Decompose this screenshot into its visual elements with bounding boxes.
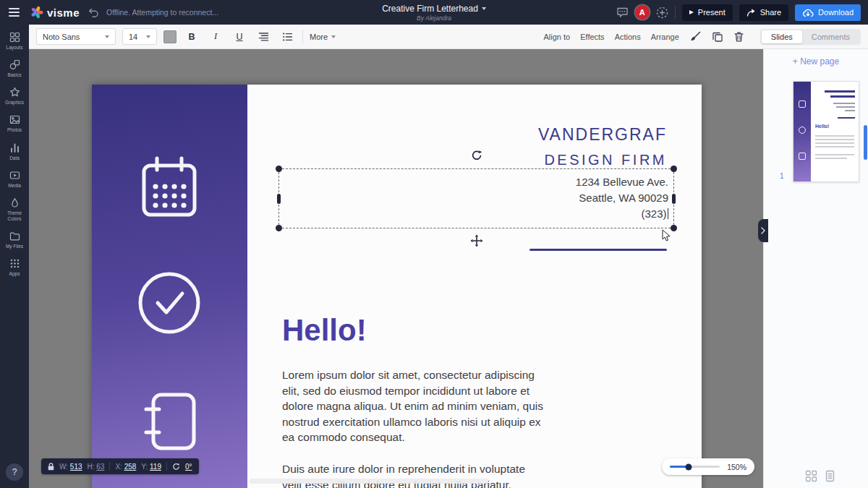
greeting-heading[interactable]: Hello! — [282, 313, 367, 348]
company-name-block[interactable]: VANDERGRAF DESIGN FIRM — [538, 125, 667, 168]
font-family-select[interactable]: Noto Sans — [36, 28, 116, 45]
canvas-horizontal-scrollbar[interactable] — [250, 479, 488, 484]
sidebar-label: Apps — [9, 271, 20, 277]
visme-flower-icon — [30, 6, 43, 19]
resize-handle-left[interactable] — [277, 194, 281, 204]
resize-handle-top-left[interactable] — [276, 166, 282, 172]
share-arrow-icon — [746, 8, 756, 17]
actions-button[interactable]: Actions — [615, 33, 641, 41]
sidebar-item-graphics[interactable]: Graphics — [0, 82, 29, 110]
new-page-button[interactable]: + New page — [764, 56, 868, 67]
selected-text-box[interactable]: 1234 Bellevue Ave. Seattle, WA 90029 (32… — [278, 168, 674, 228]
sidebar-item-apps[interactable]: Apps — [0, 254, 29, 281]
more-button[interactable]: More — [310, 33, 336, 41]
toolbar-divider — [302, 30, 303, 43]
topbar: visme Offline. Attempting to reconnect..… — [0, 0, 868, 25]
delete-icon[interactable] — [733, 31, 744, 43]
height-value[interactable]: 63 — [96, 463, 104, 471]
share-button[interactable]: Share — [739, 4, 788, 21]
thumbnail-address-line — [836, 106, 855, 108]
arrange-button[interactable]: Arrange — [651, 33, 679, 41]
document-title: Creative Firm Letterhead — [382, 4, 478, 14]
user-avatar[interactable]: A — [635, 5, 650, 20]
help-button[interactable]: ? — [6, 463, 23, 481]
y-label: Y: — [141, 463, 148, 471]
more-label: More — [310, 33, 328, 41]
chevron-down-icon — [105, 35, 109, 38]
sidebar-item-photos[interactable]: Photos — [0, 110, 29, 137]
sidebar-label: Graphics — [5, 100, 24, 106]
page-thumbnail[interactable]: Hello! — [793, 81, 859, 182]
sidebar-item-my-files[interactable]: My Files — [0, 226, 29, 254]
resize-handle-bottom-right[interactable] — [671, 225, 677, 231]
format-painter-icon[interactable] — [689, 30, 702, 43]
media-video-icon — [9, 170, 20, 181]
theme-colors-icon — [9, 197, 20, 208]
zoom-slider[interactable] — [670, 466, 720, 468]
sidebar-label: Media — [8, 183, 21, 189]
sidebar-item-basics[interactable]: Basics — [0, 55, 29, 82]
address-line-2: Seattle, WA 90029 — [576, 190, 668, 206]
chevron-down-icon — [482, 7, 486, 10]
y-value[interactable]: 119 — [150, 463, 161, 471]
comments-bubble-icon[interactable] — [616, 7, 629, 18]
duplicate-icon[interactable] — [712, 31, 723, 43]
lock-icon[interactable] — [48, 463, 54, 471]
calendar-icon — [138, 154, 200, 221]
text-align-button[interactable] — [255, 28, 272, 46]
body-paragraph-2[interactable]: Duis aute irure dolor in reprehenderit i… — [282, 461, 545, 488]
letterhead-gradient-panel[interactable] — [92, 85, 247, 488]
mouse-cursor-icon — [662, 229, 672, 242]
tab-slides[interactable]: Slides — [762, 30, 802, 43]
data-chart-icon — [9, 142, 20, 153]
thumbnail-text-line — [815, 135, 854, 137]
effects-button[interactable]: Effects — [580, 33, 604, 41]
sidebar-item-layouts[interactable]: Layouts — [0, 27, 29, 55]
rotation-value[interactable]: 0° — [185, 463, 192, 471]
download-button[interactable]: Download — [795, 4, 861, 21]
rotate-handle[interactable] — [471, 150, 482, 161]
page-number: 1 — [780, 172, 784, 180]
panel-collapse-toggle[interactable] — [758, 219, 768, 242]
font-size-select[interactable]: 14 — [122, 28, 157, 45]
italic-button[interactable]: I — [207, 28, 224, 46]
text-color-swatch[interactable] — [163, 30, 176, 43]
zoom-slider-thumb[interactable] — [686, 463, 692, 470]
tab-comments[interactable]: Comments — [802, 30, 859, 43]
hamburger-menu-icon[interactable] — [0, 0, 27, 25]
undo-icon[interactable] — [88, 7, 99, 17]
address-text[interactable]: 1234 Bellevue Ave. Seattle, WA 90029 (32… — [576, 174, 668, 222]
list-view-icon[interactable] — [825, 470, 835, 482]
sidebar-label: Data — [9, 155, 20, 161]
thumbnail-gradient-strip — [793, 82, 811, 181]
grid-view-icon[interactable] — [805, 470, 817, 482]
list-button[interactable] — [278, 28, 296, 46]
sidebar-item-media[interactable]: Media — [0, 166, 29, 193]
zoom-control: 150% — [662, 458, 754, 475]
align-to-button[interactable]: Align to — [543, 33, 570, 41]
resize-handle-top-right[interactable] — [671, 166, 677, 172]
move-handle[interactable] — [470, 234, 483, 247]
underline-button[interactable]: U — [231, 28, 248, 46]
graphics-star-icon — [9, 87, 20, 98]
pages-scrollbar[interactable] — [864, 125, 867, 160]
body-paragraph-1[interactable]: Lorem ipsum dolor sit amet, consectetur … — [282, 367, 545, 445]
brand-name: visme — [47, 7, 80, 19]
bold-button[interactable]: B — [183, 28, 200, 46]
document-title-group[interactable]: Creative Firm Letterhead By Alejandra — [382, 0, 486, 25]
sidebar-label: Basics — [7, 72, 21, 78]
sidebar-item-theme-colors[interactable]: Theme Colors — [0, 193, 29, 226]
resize-handle-right[interactable] — [672, 194, 676, 204]
editor-canvas[interactable]: VANDERGRAF DESIGN FIRM 1234 Bellevue Ave… — [29, 49, 763, 488]
thumbnail-company-line — [830, 95, 855, 98]
present-button[interactable]: Present — [682, 4, 733, 21]
visme-logo[interactable]: visme — [27, 6, 82, 19]
resize-handle-bottom-left[interactable] — [276, 225, 282, 231]
invite-collaborator-icon[interactable] — [656, 7, 668, 19]
letterhead-page[interactable]: VANDERGRAF DESIGN FIRM 1234 Bellevue Ave… — [92, 85, 702, 488]
width-value[interactable]: 513 — [70, 463, 82, 471]
sidebar-item-data[interactable]: Data — [0, 138, 29, 166]
rotation-icon — [172, 463, 180, 471]
accent-divider-line[interactable] — [529, 249, 667, 251]
x-value[interactable]: 258 — [124, 463, 137, 471]
